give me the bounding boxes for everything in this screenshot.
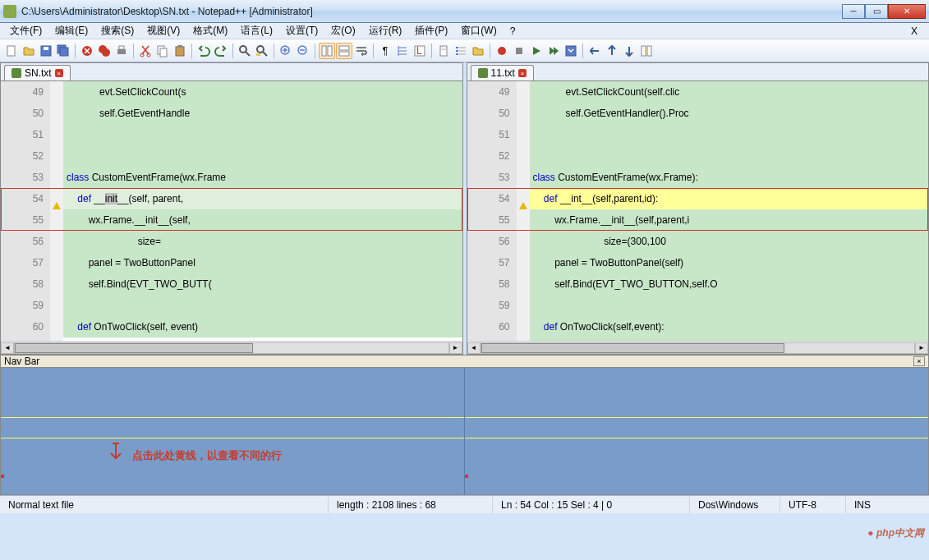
scroll-left-icon[interactable]: ◄ — [1, 342, 14, 354]
menu-file[interactable]: 文件(F) — [3, 22, 48, 39]
redo-icon[interactable] — [213, 43, 229, 59]
navbar-header: Nav Bar × — [0, 355, 929, 368]
svg-rect-4 — [60, 48, 68, 56]
close-button[interactable]: ✕ — [888, 4, 926, 19]
svg-rect-30 — [456, 47, 458, 48]
menu-edit[interactable]: 编辑(E) — [48, 22, 94, 39]
scroll-left-icon[interactable]: ◄ — [467, 342, 481, 354]
code-area[interactable]: evt.SetClickCount(s self.GetEventHandlec… — [63, 81, 462, 341]
record-macro-icon[interactable] — [494, 43, 510, 59]
save-icon[interactable] — [38, 43, 54, 59]
play-multi-icon[interactable] — [545, 43, 562, 59]
close-all-icon[interactable] — [96, 43, 113, 59]
nav-diff-line[interactable] — [465, 438, 928, 438]
menu-plugins[interactable]: 插件(P) — [408, 22, 454, 39]
navbar-close-icon[interactable]: × — [913, 356, 925, 366]
maximize-button[interactable]: ▭ — [865, 4, 888, 19]
compare-first-icon[interactable] — [586, 43, 603, 59]
sync-v-icon[interactable] — [319, 43, 335, 59]
tab-close-icon[interactable]: × — [518, 69, 527, 77]
menu-run[interactable]: 运行(R) — [362, 22, 409, 39]
zoom-in-icon[interactable] — [278, 43, 294, 59]
menu-bar: 文件(F) 编辑(E) 搜索(S) 视图(V) 格式(M) 语言(L) 设置(T… — [0, 23, 929, 39]
tab-bar-right: 11.txt × — [467, 63, 929, 81]
show-all-chars-icon[interactable]: ¶ — [377, 43, 393, 59]
nav-hint-text: 点击此处黄线，以查看不同的行 — [132, 448, 282, 463]
tab-close-icon[interactable]: × — [55, 69, 63, 77]
svg-rect-9 — [119, 46, 124, 49]
status-insert-mode: INS — [846, 496, 929, 513]
cut-icon[interactable] — [137, 43, 154, 59]
sync-h-icon[interactable] — [336, 43, 352, 59]
scroll-right-icon[interactable]: ► — [449, 342, 462, 354]
menu-settings[interactable]: 设置(T) — [279, 22, 324, 39]
svg-rect-14 — [176, 47, 184, 56]
scroll-right-icon[interactable]: ► — [915, 342, 928, 354]
paste-icon[interactable] — [172, 43, 188, 59]
stop-macro-icon[interactable] — [511, 43, 527, 59]
new-file-icon[interactable] — [3, 43, 20, 59]
compare-last-icon[interactable] — [638, 43, 655, 59]
compare-prev-icon[interactable] — [604, 43, 620, 59]
menu-view[interactable]: 视图(V) — [140, 22, 186, 39]
status-position: Ln : 54 Col : 15 Sel : 4 | 0 — [493, 496, 690, 513]
watermark: ● php中文网 — [867, 526, 924, 540]
compare-next-icon[interactable] — [621, 43, 637, 59]
nav-diff-line[interactable] — [465, 417, 928, 418]
status-encoding: UTF-8 — [780, 496, 846, 513]
tab-bar-left: SN.txt × — [1, 63, 462, 81]
nav-right[interactable] — [464, 368, 928, 494]
code-editor-left[interactable]: 495051525354555657585960 evt.SetClickCou… — [1, 81, 462, 341]
minimize-button[interactable]: ─ — [842, 4, 865, 19]
menu-x-button[interactable]: X — [904, 24, 926, 39]
nav-diff-line[interactable] — [1, 417, 464, 418]
code-area[interactable]: evt.SetClickCount(self.clic self.GetEven… — [530, 81, 929, 341]
user-lang-icon[interactable]: L — [412, 43, 428, 59]
nav-panel[interactable]: 点击此处黄线，以查看不同的行 — [0, 368, 929, 495]
code-editor-right[interactable]: 49505152535455565758596061 evt.SetClickC… — [467, 81, 929, 341]
save-macro-icon[interactable] — [563, 43, 579, 59]
horizontal-scrollbar[interactable]: ◄ ► — [1, 341, 462, 354]
status-bar: Normal text file length : 2108 lines : 6… — [0, 495, 929, 513]
svg-rect-2 — [44, 47, 48, 50]
menu-window[interactable]: 窗口(W) — [454, 22, 503, 39]
horizontal-scrollbar[interactable]: ◄ ► — [467, 341, 929, 354]
find-icon[interactable] — [237, 43, 253, 59]
nav-left[interactable]: 点击此处黄线，以查看不同的行 — [1, 368, 464, 494]
tab-sn-txt[interactable]: SN.txt × — [4, 65, 71, 80]
svg-rect-18 — [256, 53, 260, 56]
play-macro-icon[interactable] — [528, 43, 545, 59]
menu-macro[interactable]: 宏(O) — [324, 22, 361, 39]
navbar-title: Nav Bar — [4, 356, 39, 367]
indent-guide-icon[interactable] — [394, 43, 411, 59]
svg-rect-35 — [459, 53, 466, 55]
doc-map-icon[interactable] — [435, 43, 452, 59]
close-file-icon[interactable] — [79, 43, 95, 59]
tab-11-txt[interactable]: 11.txt × — [471, 65, 534, 80]
status-length: length : 2108 lines : 68 — [329, 496, 493, 513]
svg-rect-28 — [441, 48, 446, 48]
copy-icon[interactable] — [154, 43, 171, 59]
replace-icon[interactable] — [254, 43, 270, 59]
func-list-icon[interactable] — [453, 43, 469, 59]
zoom-out-icon[interactable] — [295, 43, 311, 59]
folder-workspace-icon[interactable] — [470, 43, 486, 59]
open-file-icon[interactable] — [21, 43, 37, 59]
svg-point-7 — [102, 48, 110, 57]
wrap-icon[interactable] — [353, 43, 370, 59]
line-gutter: 495051525354555657585960 — [1, 81, 50, 341]
menu-format[interactable]: 格式(M) — [186, 22, 234, 39]
marker-margin — [517, 81, 530, 341]
nav-diff-line[interactable] — [1, 438, 464, 438]
editor-left: SN.txt × 495051525354555657585960 evt.Se… — [0, 62, 463, 355]
svg-rect-27 — [440, 46, 447, 56]
print-icon[interactable] — [113, 43, 130, 59]
menu-search[interactable]: 搜索(S) — [94, 22, 140, 39]
line-gutter: 49505152535455565758596061 — [467, 81, 517, 341]
menu-help[interactable]: ? — [504, 24, 522, 39]
toolbar: ¶ L — [0, 39, 929, 62]
save-all-icon[interactable] — [55, 43, 71, 59]
tab-label: SN.txt — [25, 67, 52, 79]
menu-language[interactable]: 语言(L) — [234, 22, 279, 39]
undo-icon[interactable] — [195, 43, 212, 59]
